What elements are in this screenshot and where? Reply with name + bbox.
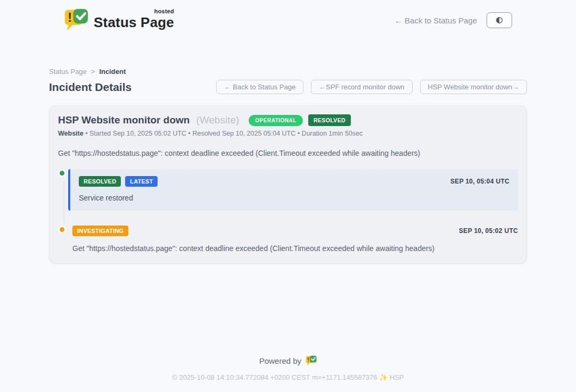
- svg-text:!: !: [307, 356, 309, 363]
- next-incident-button[interactable]: HSP Website monitor down→: [420, 80, 527, 94]
- theme-toggle-button[interactable]: [487, 12, 512, 28]
- brand-logo[interactable]: ! Status Page hosted: [64, 8, 174, 32]
- resolved-badge: RESOLVED: [308, 114, 351, 126]
- latest-badge: LATEST: [125, 176, 158, 187]
- incident-nav: ← Back to Status Page ←SPF record monito…: [216, 80, 527, 94]
- timeline-latest-box: RESOLVED LATEST SEP 10, 05:04 UTC Servic…: [68, 169, 518, 211]
- brand-hosted-label: hosted: [154, 8, 174, 14]
- main-content: Status Page > Incident Incident Details …: [49, 68, 527, 381]
- header: ! Status Page hosted ← Back to Status Pa…: [0, 0, 576, 33]
- operational-badge: OPERATIONAL: [249, 115, 303, 126]
- powered-by-label: Powered by: [259, 356, 301, 365]
- incident-component: (Website): [196, 114, 239, 126]
- incident-title: HSP Website monitor down: [58, 114, 190, 126]
- incident-meta-component: Website: [58, 130, 84, 137]
- breadcrumb-current: Incident: [99, 68, 126, 76]
- brand-icon-small[interactable]: !: [306, 355, 317, 366]
- footer: Powered by ! © 2025-10-08 14:10:34.77208…: [49, 355, 527, 381]
- brand-name: Status Page hosted: [94, 10, 174, 31]
- breadcrumb: Status Page > Incident: [49, 68, 527, 76]
- breadcrumb-root[interactable]: Status Page: [49, 68, 87, 76]
- timeline-message: Get "https://hostedstatus.page": context…: [72, 244, 518, 253]
- timeline-message: Service restored: [79, 194, 509, 202]
- incident-description: Get "https://hostedstatus.page": context…: [58, 149, 518, 157]
- timeline-entry-resolved: RESOLVED LATEST SEP 10, 05:04 UTC Servic…: [58, 169, 518, 211]
- timeline-dot-green: [58, 169, 66, 177]
- timeline-timestamp: SEP 10, 05:04 UTC: [450, 178, 509, 185]
- timeline-timestamp: SEP 10, 05:02 UTC: [459, 227, 518, 235]
- page-title: Incident Details: [49, 81, 131, 94]
- resolved-status-badge: RESOLVED: [79, 176, 121, 187]
- investigating-status-badge: INVESTIGATING: [72, 226, 128, 236]
- copyright-text: © 2025-10-08 14:10:34.772084 +0200 CEST …: [49, 373, 527, 381]
- timeline-entry-investigating: INVESTIGATING SEP 10, 05:02 UTC Get "htt…: [58, 224, 518, 253]
- breadcrumb-separator: >: [91, 68, 95, 76]
- contrast-icon: [495, 15, 504, 25]
- svg-text:!: !: [68, 11, 72, 24]
- incident-card: HSP Website monitor down (Website) OPERA…: [49, 105, 527, 264]
- incident-timeline: RESOLVED LATEST SEP 10, 05:04 UTC Servic…: [58, 169, 518, 253]
- header-back-link[interactable]: ← Back to Status Page: [394, 16, 477, 25]
- timeline-dot-orange: [58, 226, 66, 233]
- brand-icon: !: [64, 8, 88, 32]
- prev-incident-button[interactable]: ←SPF record monitor down: [311, 80, 412, 94]
- incident-meta: Website • Started Sep 10, 2025 05:02 UTC…: [58, 130, 518, 137]
- incident-meta-details: • Started Sep 10, 2025 05:02 UTC • Resol…: [84, 130, 363, 137]
- back-to-status-page-button[interactable]: ← Back to Status Page: [216, 80, 303, 94]
